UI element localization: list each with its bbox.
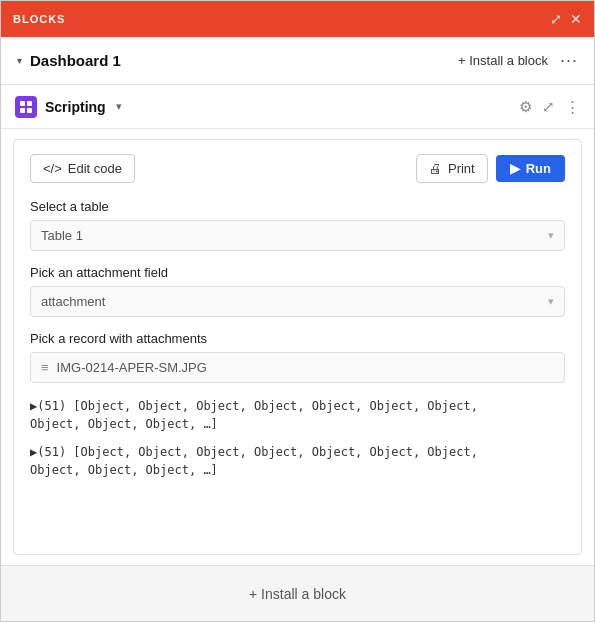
title-bar: BLOCKS ⤢ ✕ bbox=[1, 1, 594, 37]
svg-rect-0 bbox=[20, 101, 25, 106]
attachment-select-value: attachment bbox=[41, 294, 105, 309]
fullscreen-icon[interactable]: ⤢ bbox=[542, 98, 555, 116]
record-label: Pick a record with attachments bbox=[30, 331, 565, 346]
run-label: Run bbox=[526, 161, 551, 176]
header-install-block-button[interactable]: + Install a block bbox=[458, 53, 548, 68]
footer-install-block-button[interactable]: + Install a block bbox=[249, 586, 346, 602]
edit-code-button[interactable]: </> Edit code bbox=[30, 154, 135, 183]
output-line-2: ▶(51) [Object, Object, Object, Object, O… bbox=[30, 443, 565, 479]
title-bar-left: BLOCKS bbox=[13, 13, 65, 25]
block-dropdown-arrow-icon[interactable]: ▾ bbox=[116, 100, 122, 113]
block-content: </> Edit code 🖨 Print ▶ Run Select a tab bbox=[1, 129, 594, 565]
more-options-icon[interactable]: ⋮ bbox=[565, 98, 580, 116]
attachment-select[interactable]: attachment ▾ bbox=[30, 286, 565, 317]
resize-icon[interactable]: ⤢ bbox=[550, 11, 562, 27]
dashboard-chevron-icon[interactable]: ▾ bbox=[17, 55, 22, 66]
header-more-button[interactable]: ··· bbox=[560, 50, 578, 71]
toolbar-right: 🖨 Print ▶ Run bbox=[416, 154, 565, 183]
svg-rect-1 bbox=[27, 101, 32, 106]
printer-icon: 🖨 bbox=[429, 161, 442, 176]
header-bar: ▾ Dashboard 1 + Install a block ··· bbox=[1, 37, 594, 85]
edit-code-label: Edit code bbox=[68, 161, 122, 176]
output-section: ▶(51) [Object, Object, Object, Object, O… bbox=[30, 397, 565, 479]
svg-rect-3 bbox=[27, 108, 32, 113]
block-toolbar: </> Edit code 🖨 Print ▶ Run bbox=[30, 154, 565, 183]
record-field-group: Pick a record with attachments ≡ IMG-021… bbox=[30, 331, 565, 383]
table-label: Select a table bbox=[30, 199, 565, 214]
attachment-label: Pick an attachment field bbox=[30, 265, 565, 280]
title-bar-controls: ⤢ ✕ bbox=[550, 11, 582, 27]
code-icon: </> bbox=[43, 161, 62, 176]
output-line-2-text: ▶(51) [Object, Object, Object, Object, O… bbox=[30, 445, 478, 477]
record-rows-icon: ≡ bbox=[41, 360, 49, 375]
output-line-1-text: ▶(51) [Object, Object, Object, Object, O… bbox=[30, 399, 478, 431]
block-title-area: Scripting ▾ bbox=[15, 96, 122, 118]
attachment-field-group: Pick an attachment field attachment ▾ bbox=[30, 265, 565, 317]
block-inner-panel: </> Edit code 🖨 Print ▶ Run Select a tab bbox=[13, 139, 582, 555]
block-icon bbox=[15, 96, 37, 118]
table-select-value: Table 1 bbox=[41, 228, 83, 243]
table-select[interactable]: Table 1 ▾ bbox=[30, 220, 565, 251]
record-select-value: IMG-0214-APER-SM.JPG bbox=[57, 360, 207, 375]
dashboard-title: Dashboard 1 bbox=[30, 52, 121, 69]
record-select[interactable]: ≡ IMG-0214-APER-SM.JPG bbox=[30, 352, 565, 383]
block-header-icons: ⚙ ⤢ ⋮ bbox=[519, 98, 580, 116]
header-left: ▾ Dashboard 1 bbox=[17, 52, 121, 69]
close-icon[interactable]: ✕ bbox=[570, 11, 582, 27]
output-line-1: ▶(51) [Object, Object, Object, Object, O… bbox=[30, 397, 565, 433]
table-select-arrow-icon: ▾ bbox=[548, 229, 554, 242]
block-header: Scripting ▾ ⚙ ⤢ ⋮ bbox=[1, 85, 594, 129]
settings-icon[interactable]: ⚙ bbox=[519, 98, 532, 116]
print-button[interactable]: 🖨 Print bbox=[416, 154, 488, 183]
block-name: Scripting bbox=[45, 99, 106, 115]
print-label: Print bbox=[448, 161, 475, 176]
attachment-select-arrow-icon: ▾ bbox=[548, 295, 554, 308]
svg-rect-2 bbox=[20, 108, 25, 113]
play-icon: ▶ bbox=[510, 161, 520, 176]
app-name: BLOCKS bbox=[13, 13, 65, 25]
run-button[interactable]: ▶ Run bbox=[496, 155, 565, 182]
app-window: BLOCKS ⤢ ✕ ▾ Dashboard 1 + Install a blo… bbox=[0, 0, 595, 622]
install-footer: + Install a block bbox=[1, 565, 594, 621]
header-right: + Install a block ··· bbox=[458, 50, 578, 71]
table-field-group: Select a table Table 1 ▾ bbox=[30, 199, 565, 251]
